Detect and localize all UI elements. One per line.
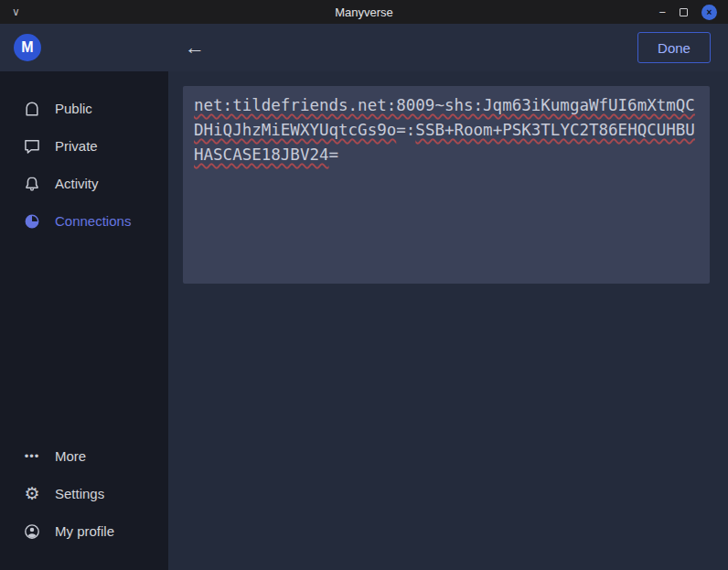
invite-code-input[interactable]: net:tildefriends.net:8009~shs:Jqm63iKumg… [183,86,710,284]
sidebar-bottom-nav: ••• More ⚙ Settings My profil [0,437,168,550]
sidebar-item-label: Activity [55,176,99,191]
minimize-button[interactable]: − [658,5,666,19]
sidebar-item-label: My profile [55,523,114,539]
titlebar: ∨ Manyverse − × [0,0,728,24]
sidebar-item-settings[interactable]: ⚙ Settings [0,475,168,512]
profile-icon [23,522,41,541]
gear-icon: ⚙ [23,485,41,503]
invite-text-segment: net:tildefriends.net:8009~shs:Jqm63iKumg… [194,96,695,114]
window-controls: − × [658,0,717,24]
sidebar-item-activity[interactable]: Activity [0,165,168,202]
done-button[interactable]: Done [637,32,711,63]
invite-text-segment: =: [396,121,415,139]
sidebar-item-label: More [55,448,86,464]
sidebar-item-more[interactable]: ••• More [0,437,168,475]
message-icon [23,137,41,156]
connections-invite-page: net:tildefriends.net:8009~shs:Jqm63iKumg… [168,71,728,570]
sidebar-item-label: Public [55,101,92,116]
bell-icon [23,175,41,193]
app-header: M ← Done [0,24,728,71]
invite-text-segment: = [329,145,339,164]
sidebar-item-label: Private [55,138,98,154]
back-button[interactable]: ← [185,24,205,71]
restore-button[interactable] [680,8,688,16]
sidebar-item-public[interactable]: Public [0,90,168,127]
sidebar-item-my-profile[interactable]: My profile [0,512,168,550]
sidebar-item-connections[interactable]: Connections [0,202,168,240]
manyverse-logo: M [14,34,41,61]
window-title: Manyverse [335,5,393,19]
public-icon [23,100,41,118]
manyverse-window: ∨ Manyverse − × M ← Done [0,0,728,570]
logo-letter: M [21,39,33,56]
restore-icon [680,8,688,16]
sidebar-main-nav: Public Private [0,90,168,240]
invite-text-segment: DHiQJhzMiEWXYUqtcGs9o [194,121,396,139]
close-button[interactable]: × [701,5,717,20]
invite-text-segment: HASCASE18JBV24 [194,145,329,164]
app-body: Public Private [0,71,728,570]
connections-icon [23,212,41,231]
sidebar-item-label: Settings [55,486,104,501]
more-dots-icon: ••• [23,447,41,466]
sidebar: Public Private [0,71,168,570]
window-menu-icon[interactable]: ∨ [12,0,20,24]
sidebar-item-private[interactable]: Private [0,127,168,165]
invite-text-segment: SSB+Room+PSK3TLYC2T86EHQCUHBU [415,121,695,139]
sidebar-item-label: Connections [55,213,131,229]
